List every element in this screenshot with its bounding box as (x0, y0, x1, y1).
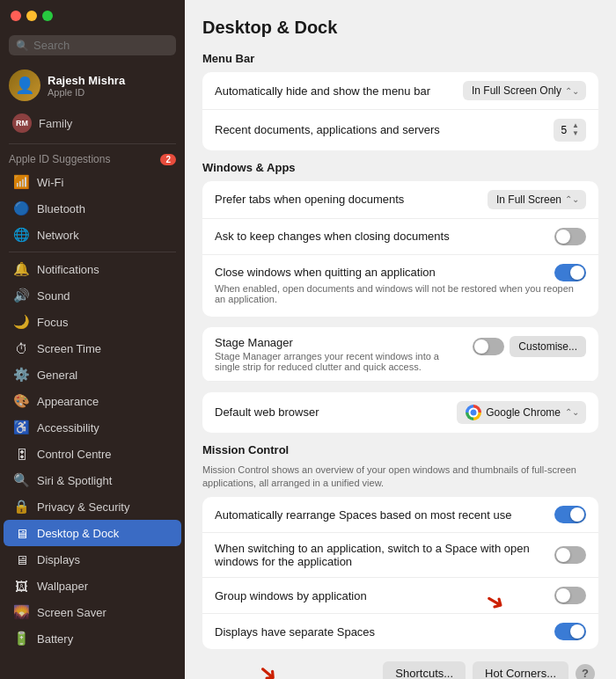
sidebar-item-label-battery: Battery (37, 632, 73, 646)
group-windows-row: Group windows by application ➜ (202, 578, 598, 614)
user-name: Rajesh Mishra (48, 74, 125, 87)
auto-hide-control: In Full Screen Only ⌃⌄ (463, 81, 586, 100)
sidebar-item-label-desktop-dock: Desktop & Dock (37, 527, 119, 540)
auto-rearrange-toggle[interactable] (554, 506, 586, 523)
stage-manager-toggle[interactable] (473, 338, 504, 355)
sidebar-item-siri[interactable]: 🔍Siri & Spotlight (4, 467, 181, 493)
ask-keep-control (554, 228, 586, 245)
siri-icon: 🔍 (12, 471, 30, 489)
sidebar: 🔍 👤 Rajesh Mishra Apple ID RM Family App… (0, 0, 185, 679)
group-windows-toggle[interactable] (554, 587, 586, 604)
default-browser-card: Default web browser Google Chrome ⌃⌄ (202, 392, 598, 433)
focus-icon: 🌙 (12, 313, 30, 331)
avatar: 👤 (9, 69, 40, 101)
sidebar-item-label-notifications: Notifications (37, 263, 99, 276)
auto-hide-label: Automatically hide and show the menu bar (215, 84, 463, 98)
bluetooth-icon: 🔵 (12, 200, 30, 217)
switch-space-label: When switching to an application, switch… (215, 542, 554, 568)
stage-manager-desc: Stage Manager arranges your recent windo… (215, 351, 464, 372)
sidebar-item-sound[interactable]: 🔊Sound (4, 282, 181, 309)
sidebar-item-screen-saver[interactable]: 🌄Screen Saver (4, 599, 181, 625)
network-icon: 🌐 (12, 226, 30, 244)
default-browser-control: Google Chrome ⌃⌄ (457, 401, 586, 424)
user-section[interactable]: 👤 Rajesh Mishra Apple ID (0, 64, 185, 106)
prefer-tabs-dropdown[interactable]: In Full Screen ⌃⌄ (488, 190, 586, 209)
separate-spaces-control (554, 623, 586, 640)
stage-manager-card: Stage Manager Stage Manager arranges you… (202, 327, 598, 382)
prefer-tabs-control: In Full Screen ⌃⌄ (488, 190, 586, 209)
close-button[interactable] (11, 11, 21, 21)
sidebar-item-battery[interactable]: 🔋Battery (4, 625, 181, 652)
mission-control-title: Mission Control (202, 443, 598, 456)
sidebar-item-label-siri: Siri & Spotlight (37, 474, 112, 487)
suggestions-label: Apple ID Suggestions (9, 153, 110, 165)
auto-hide-row: Automatically hide and show the menu bar… (202, 72, 598, 110)
separate-spaces-toggle[interactable] (554, 623, 586, 640)
desktop-dock-icon: 🖥 (12, 524, 30, 542)
sidebar-items: 📶Wi-Fi🔵Bluetooth🌐Network🔔Notifications🔊S… (0, 169, 185, 652)
auto-hide-dropdown[interactable]: In Full Screen Only ⌃⌄ (463, 81, 586, 100)
separate-spaces-row: Displays have separate Spaces (202, 614, 598, 649)
sidebar-item-wallpaper[interactable]: 🖼Wallpaper (4, 573, 181, 599)
sidebar-item-network[interactable]: 🌐Network (4, 222, 181, 248)
sidebar-item-label-wi-fi: Wi-Fi (37, 176, 63, 189)
search-input[interactable] (33, 39, 169, 52)
wallpaper-icon: 🖼 (12, 577, 30, 595)
sidebar-item-desktop-dock[interactable]: 🖥Desktop & Dock (4, 520, 181, 546)
customise-button[interactable]: Customise... (510, 336, 586, 357)
main-content: Desktop & Dock Menu Bar Automatically hi… (185, 0, 616, 679)
close-windows-sublabel: When enabled, open documents and windows… (215, 283, 586, 308)
hot-corners-button[interactable]: Hot Corners... (473, 661, 568, 679)
sidebar-item-label-privacy: Privacy & Security (37, 500, 129, 514)
search-box[interactable]: 🔍 (9, 35, 176, 55)
sidebar-item-label-appearance: Appearance (37, 395, 99, 408)
notifications-icon: 🔔 (12, 260, 30, 278)
chevron-icon: ⌃⌄ (565, 86, 579, 96)
close-windows-label: Close windows when quitting an applicati… (215, 266, 554, 279)
recent-docs-stepper[interactable]: 5 ▲▼ (554, 119, 586, 142)
bottom-bar: ➜ Shortcuts... Hot Corners... ? (202, 660, 598, 679)
default-browser-dropdown[interactable]: Google Chrome ⌃⌄ (457, 401, 586, 424)
default-browser-row: Default web browser Google Chrome ⌃⌄ (202, 392, 598, 433)
sidebar-item-appearance[interactable]: 🎨Appearance (4, 388, 181, 414)
chrome-icon (466, 405, 481, 420)
control-centre-icon: 🎛 (12, 445, 30, 463)
family-row[interactable]: RM Family (0, 110, 185, 140)
sidebar-item-control-centre[interactable]: 🎛Control Centre (4, 441, 181, 467)
sidebar-item-bluetooth[interactable]: 🔵Bluetooth (4, 195, 181, 222)
sidebar-item-notifications[interactable]: 🔔Notifications (4, 256, 181, 282)
close-windows-toggle[interactable] (554, 264, 586, 281)
sidebar-item-label-screen-saver: Screen Saver (37, 606, 106, 619)
sidebar-item-label-focus: Focus (37, 316, 68, 329)
sidebar-item-accessibility[interactable]: ♿Accessibility (4, 414, 181, 441)
close-windows-control (554, 264, 586, 281)
shortcuts-button[interactable]: Shortcuts... (383, 661, 466, 679)
switch-space-toggle[interactable] (554, 546, 586, 564)
help-button[interactable]: ? (576, 664, 595, 679)
sidebar-item-label-sound: Sound (37, 289, 70, 303)
group-windows-control: ➜ (549, 587, 586, 604)
sidebar-item-focus[interactable]: 🌙Focus (4, 309, 181, 335)
mission-control-desc: Mission Control shows an overview of you… (202, 464, 598, 498)
switch-space-row: When switching to an application, switch… (202, 533, 598, 578)
sidebar-item-screen-time[interactable]: ⏱Screen Time (4, 335, 181, 361)
screen-saver-icon: 🌄 (12, 603, 30, 621)
sidebar-item-general[interactable]: ⚙️General (4, 361, 181, 388)
privacy-icon: 🔒 (12, 498, 30, 515)
sidebar-item-label-network: Network (37, 229, 79, 242)
sidebar-item-displays[interactable]: 🖥Displays (4, 546, 181, 573)
stage-manager-row: Stage Manager Stage Manager arranges you… (202, 327, 598, 382)
family-label: Family (39, 117, 72, 130)
chevron-icon: ⌃⌄ (565, 407, 579, 417)
ask-keep-toggle[interactable] (554, 228, 586, 245)
sidebar-item-privacy[interactable]: 🔒Privacy & Security (4, 493, 181, 520)
general-icon: ⚙️ (12, 366, 30, 383)
sidebar-item-label-general: General (37, 369, 77, 382)
recent-docs-label: Recent documents, applications and serve… (215, 123, 554, 136)
suggestions-header: Apple ID Suggestions 2 (0, 148, 185, 169)
minimize-button[interactable] (26, 11, 37, 21)
separate-spaces-label: Displays have separate Spaces (215, 625, 554, 639)
maximize-button[interactable] (42, 11, 53, 21)
arrow-icon-2: ➜ (253, 657, 285, 679)
sidebar-item-wi-fi[interactable]: 📶Wi-Fi (4, 169, 181, 195)
